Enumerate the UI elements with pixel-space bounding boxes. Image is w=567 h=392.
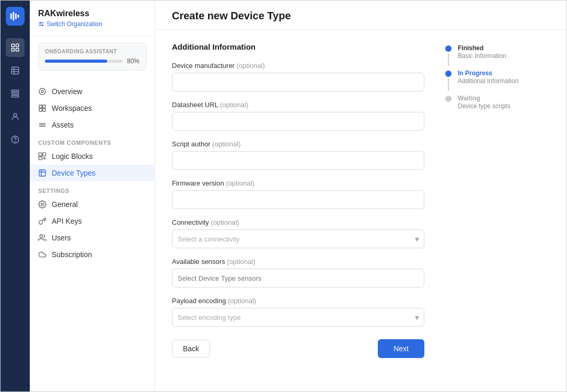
- sidebar-item-overview-label: Overview: [52, 87, 82, 96]
- svg-point-33: [39, 221, 42, 224]
- onboarding-box: ONBOARDING ASSISTANT 80%: [38, 43, 146, 71]
- sidebar-item-assets[interactable]: Assets: [30, 117, 155, 133]
- datasheet-input[interactable]: [172, 112, 424, 131]
- form-section-title: Additional Information: [172, 42, 424, 51]
- dashboard-icon: [10, 43, 20, 52]
- back-button[interactable]: Back: [172, 340, 210, 358]
- svg-point-19: [41, 90, 43, 93]
- sidebar-item-subscription[interactable]: Subscription: [30, 246, 155, 263]
- svg-rect-29: [39, 157, 42, 160]
- progress-steps: Finished Basic Information In Progress A…: [445, 42, 550, 379]
- svg-rect-2: [15, 14, 17, 19]
- svg-rect-5: [16, 44, 19, 47]
- step-waiting-text: Waiting Device type scripts: [458, 95, 511, 110]
- form-group-firmware: Firmware version (optional): [172, 179, 424, 209]
- svg-rect-8: [11, 67, 19, 74]
- manufacturer-input[interactable]: [172, 73, 424, 91]
- step-waiting-dot: [445, 96, 452, 102]
- svg-point-34: [40, 235, 42, 237]
- firmware-label-text: Firmware version: [172, 179, 226, 187]
- logic-blocks-icon: [38, 152, 47, 160]
- sidebar-item-api-keys[interactable]: API Keys: [30, 213, 155, 229]
- sensors-label: Available sensors (optional): [172, 258, 424, 266]
- connectivity-select[interactable]: Select a connectivity: [172, 229, 424, 248]
- form-group-connectivity: Connectivity (optional) Select a connect…: [172, 218, 424, 248]
- script-author-label-text: Script author: [172, 140, 212, 148]
- svg-rect-7: [16, 49, 19, 51]
- encoding-label-text: Payload encoding: [172, 297, 228, 305]
- sidebar-item-general[interactable]: General: [30, 196, 155, 213]
- users-icon: [38, 234, 47, 242]
- progress-bar-fill: [45, 60, 107, 63]
- svg-rect-14: [11, 96, 19, 97]
- progress-percent: 80%: [127, 57, 140, 65]
- step-waiting-line-col: [445, 95, 452, 110]
- main-header: Create new Device Type: [155, 1, 566, 30]
- connectivity-label-text: Connectivity: [172, 218, 211, 226]
- progress-bar-bg: [45, 60, 123, 63]
- manufacturer-label: Device manufacturer (optional): [172, 62, 424, 70]
- icon-bar: [1, 1, 30, 391]
- icon-bar-item-2[interactable]: [6, 61, 25, 80]
- icon-bar-item-3[interactable]: [6, 84, 25, 103]
- encoding-optional: (optional): [228, 297, 256, 305]
- svg-rect-13: [11, 93, 19, 95]
- form-group-datasheet: Datasheet URL (optional): [172, 101, 424, 131]
- sidebar: RAKwireless Switch Organization ONBOARDI…: [30, 1, 155, 391]
- step-in-progress-line-col: [445, 70, 452, 93]
- svg-rect-12: [11, 90, 19, 91]
- switch-org-label: Switch Organization: [47, 20, 102, 28]
- sensors-input[interactable]: [172, 269, 424, 287]
- general-icon: [38, 200, 47, 209]
- svg-rect-6: [11, 49, 14, 51]
- form-group-manufacturer: Device manufacturer (optional): [172, 62, 424, 91]
- sidebar-item-general-label: General: [52, 200, 78, 209]
- app-logo: [6, 7, 25, 26]
- svg-point-17: [15, 141, 16, 142]
- form-group-encoding: Payload encoding (optional) Select encod…: [172, 297, 424, 327]
- step-in-progress-dot: [445, 71, 452, 77]
- step-finished: Finished Basic Information: [445, 44, 550, 67]
- firmware-optional: (optional): [226, 179, 254, 187]
- sidebar-item-logic-blocks-label: Logic Blocks: [52, 152, 93, 160]
- api-keys-icon: [38, 217, 47, 225]
- connectivity-optional: (optional): [211, 218, 239, 226]
- datasheet-optional: (optional): [220, 101, 248, 109]
- sidebar-item-overview[interactable]: Overview: [30, 83, 155, 100]
- device-types-icon: [38, 169, 47, 177]
- settings-section-label: SETTINGS: [30, 181, 155, 196]
- step-finished-desc: Basic Information: [458, 52, 506, 60]
- switch-org-button[interactable]: Switch Organization: [38, 20, 146, 28]
- nav-icon-2: [10, 66, 20, 75]
- progress-row: 80%: [45, 57, 140, 65]
- form-section: Additional Information Device manufactur…: [172, 42, 424, 379]
- sidebar-item-logic-blocks[interactable]: Logic Blocks: [30, 148, 155, 165]
- encoding-select[interactable]: Select encoding type: [172, 308, 424, 327]
- sensors-optional: (optional): [227, 258, 255, 266]
- icon-bar-item-user[interactable]: [6, 107, 25, 126]
- manufacturer-optional: (optional): [237, 62, 265, 70]
- logo-icon: [9, 10, 21, 22]
- next-button[interactable]: Next: [378, 339, 424, 358]
- svg-rect-22: [39, 109, 42, 111]
- icon-bar-item-help[interactable]: [6, 130, 25, 149]
- assets-icon: [38, 121, 47, 129]
- step-in-progress-desc: Additional Information: [458, 77, 518, 85]
- step-connector-1: [448, 53, 449, 66]
- icon-bar-item-dashboard[interactable]: [6, 38, 25, 57]
- switch-org-icon: [38, 21, 44, 27]
- svg-rect-27: [39, 153, 42, 156]
- step-finished-text: Finished Basic Information: [458, 44, 506, 67]
- org-title: RAKwireless: [38, 9, 146, 18]
- svg-point-18: [39, 88, 45, 95]
- firmware-label: Firmware version (optional): [172, 179, 424, 187]
- firmware-input[interactable]: [172, 190, 424, 209]
- datasheet-label: Datasheet URL (optional): [172, 101, 424, 109]
- svg-rect-20: [39, 105, 42, 108]
- sidebar-item-users[interactable]: Users: [30, 229, 155, 246]
- svg-rect-28: [43, 153, 46, 156]
- form-group-script-author: Script author (optional): [172, 140, 424, 170]
- script-author-input[interactable]: [172, 151, 424, 170]
- sidebar-item-device-types[interactable]: Device Types: [30, 165, 155, 181]
- sidebar-item-workspaces[interactable]: Workspaces: [30, 100, 155, 117]
